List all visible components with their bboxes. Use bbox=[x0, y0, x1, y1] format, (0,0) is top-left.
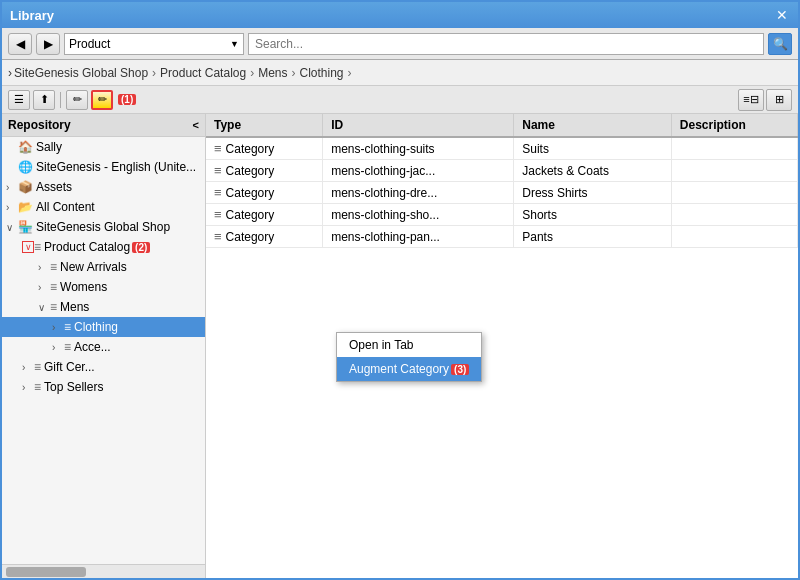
sidebar-item-gift-certificates[interactable]: › ≡ Gift Cer... bbox=[2, 357, 205, 377]
context-menu-open-in-tab[interactable]: Open in Tab bbox=[337, 333, 481, 357]
library-window: Library ✕ ◀ ▶ Product ▼ 🔍 › SiteGenesis … bbox=[0, 0, 800, 580]
category-icon: ≡ bbox=[64, 340, 71, 354]
sidebar-item-sitegenesis-global-shop[interactable]: ∨ 🏪 SiteGenesis Global Shop bbox=[2, 217, 205, 237]
table-row[interactable]: ≡Category mens-clothing-pan... Pants bbox=[206, 226, 798, 248]
sidebar-item-all-content[interactable]: › 📂 All Content bbox=[2, 197, 205, 217]
context-menu-label: Open in Tab bbox=[349, 338, 414, 352]
cell-description bbox=[671, 137, 797, 160]
search-icon: 🔍 bbox=[773, 37, 788, 51]
cell-description bbox=[671, 182, 797, 204]
toggle-icon: ∨ bbox=[38, 302, 50, 313]
sidebar-scrollbar[interactable] bbox=[2, 564, 205, 578]
col-description: Description bbox=[671, 114, 797, 137]
breadcrumb-sep1: › bbox=[152, 66, 156, 80]
nav-dropdown-arrow: ▼ bbox=[230, 39, 239, 49]
sidebar-item-label: SiteGenesis - English (Unite... bbox=[36, 160, 196, 174]
cell-description bbox=[671, 226, 797, 248]
category-icon: ≡ bbox=[34, 360, 41, 374]
cell-type: ≡Category bbox=[206, 182, 323, 204]
context-menu: Open in Tab Augment Category (3) bbox=[336, 332, 482, 382]
home-icon: 🏠 bbox=[18, 140, 33, 154]
cell-type: ≡Category bbox=[206, 204, 323, 226]
shop-icon: 🏪 bbox=[18, 220, 33, 234]
toolbar-right: ≡⊟ ⊞ bbox=[738, 89, 792, 111]
row-icon: ≡ bbox=[214, 229, 222, 244]
table-row[interactable]: ≡Category mens-clothing-jac... Jackets &… bbox=[206, 160, 798, 182]
sidebar-item-mens[interactable]: ∨ ≡ Mens bbox=[2, 297, 205, 317]
nav-dropdown-value: Product bbox=[69, 37, 110, 51]
nav-dropdown[interactable]: Product ▼ bbox=[64, 33, 244, 55]
context-menu-augment-category[interactable]: Augment Category (3) bbox=[337, 357, 481, 381]
cell-name: Shorts bbox=[514, 204, 672, 226]
close-button[interactable]: ✕ bbox=[774, 7, 790, 23]
cell-type: ≡Category bbox=[206, 160, 323, 182]
grid-view-button[interactable]: ⊞ bbox=[766, 89, 792, 111]
sidebar-item-label: New Arrivals bbox=[60, 260, 127, 274]
sidebar-header: Repository < bbox=[2, 114, 205, 137]
edit-button[interactable]: ✏ bbox=[66, 90, 88, 110]
row-icon: ≡ bbox=[214, 207, 222, 222]
cell-name: Suits bbox=[514, 137, 672, 160]
list-view-button[interactable]: ☰ bbox=[8, 90, 30, 110]
breadcrumb-item-3[interactable]: Clothing bbox=[300, 66, 344, 80]
table-row[interactable]: ≡Category mens-clothing-sho... Shorts bbox=[206, 204, 798, 226]
sidebar-title: Repository bbox=[8, 118, 71, 132]
window-title: Library bbox=[10, 8, 54, 23]
table-row[interactable]: ≡Category mens-clothing-suits Suits bbox=[206, 137, 798, 160]
cell-name: Pants bbox=[514, 226, 672, 248]
back-button[interactable]: ◀ bbox=[8, 33, 32, 55]
toolbar-divider bbox=[60, 92, 61, 108]
up-button[interactable]: ⬆ bbox=[33, 90, 55, 110]
cell-id: mens-clothing-suits bbox=[323, 137, 514, 160]
row-icon: ≡ bbox=[214, 163, 222, 178]
cell-name: Dress Shirts bbox=[514, 182, 672, 204]
toggle-icon: › bbox=[22, 362, 34, 373]
cell-type: ≡Category bbox=[206, 226, 323, 248]
sidebar-item-sitegenesis-english[interactable]: 🌐 SiteGenesis - English (Unite... bbox=[2, 157, 205, 177]
sidebar-item-product-catalog[interactable]: ∨ ≡ Product Catalog (2) bbox=[2, 237, 205, 257]
sidebar-item-clothing[interactable]: › ≡ Clothing bbox=[2, 317, 205, 337]
sidebar-item-accessories[interactable]: › ≡ Acce... bbox=[2, 337, 205, 357]
sidebar-item-womens[interactable]: › ≡ Womens bbox=[2, 277, 205, 297]
col-name: Name bbox=[514, 114, 672, 137]
cell-name: Jackets & Coats bbox=[514, 160, 672, 182]
sidebar-item-new-arrivals[interactable]: › ≡ New Arrivals bbox=[2, 257, 205, 277]
category-icon: ≡ bbox=[50, 260, 57, 274]
sidebar-item-sally[interactable]: 🏠 Sally bbox=[2, 137, 205, 157]
context-menu-label: Augment Category bbox=[349, 362, 449, 376]
search-input[interactable] bbox=[248, 33, 764, 55]
folder-icon: 📦 bbox=[18, 180, 33, 194]
search-button[interactable]: 🔍 bbox=[768, 33, 792, 55]
sidebar-item-label: Womens bbox=[60, 280, 107, 294]
forward-button[interactable]: ▶ bbox=[36, 33, 60, 55]
table-row[interactable]: ≡Category mens-clothing-dre... Dress Shi… bbox=[206, 182, 798, 204]
category-icon: ≡ bbox=[64, 320, 71, 334]
breadcrumb-sep4: › bbox=[348, 66, 352, 80]
annotation-3: (3) bbox=[451, 364, 469, 375]
table-scroll[interactable]: Type ID Name Description ≡Category mens-… bbox=[206, 114, 798, 578]
breadcrumb-item-0[interactable]: SiteGenesis Global Shop bbox=[14, 66, 148, 80]
nav-bar: ◀ ▶ Product ▼ 🔍 bbox=[2, 28, 798, 60]
breadcrumb-item-2[interactable]: Mens bbox=[258, 66, 287, 80]
breadcrumb-sep3: › bbox=[292, 66, 296, 80]
toolbar-left: ☰ ⬆ ✏ ✏ (1) bbox=[8, 90, 136, 110]
col-id: ID bbox=[323, 114, 514, 137]
toggle-icon: ∨ bbox=[22, 241, 34, 253]
sidebar-item-label: Mens bbox=[60, 300, 89, 314]
scrollbar-thumb[interactable] bbox=[6, 567, 86, 577]
sidebar-collapse-button[interactable]: < bbox=[193, 119, 199, 131]
cell-id: mens-clothing-dre... bbox=[323, 182, 514, 204]
category-icon: ≡ bbox=[50, 280, 57, 294]
breadcrumb-sep2: › bbox=[250, 66, 254, 80]
toggle-icon: › bbox=[6, 202, 18, 213]
breadcrumb-item-1[interactable]: Product Catalog bbox=[160, 66, 246, 80]
pencil-icon: ✏ bbox=[98, 93, 107, 106]
content-table: Type ID Name Description ≡Category mens-… bbox=[206, 114, 798, 248]
folder-open-icon: 📂 bbox=[18, 200, 33, 214]
sidebar-item-assets[interactable]: › 📦 Assets bbox=[2, 177, 205, 197]
sidebar-item-label: Gift Cer... bbox=[44, 360, 95, 374]
detail-view-button[interactable]: ≡⊟ bbox=[738, 89, 764, 111]
highlight-edit-button[interactable]: ✏ bbox=[91, 90, 113, 110]
toggle-icon: › bbox=[38, 282, 50, 293]
sidebar-item-top-sellers[interactable]: › ≡ Top Sellers bbox=[2, 377, 205, 397]
